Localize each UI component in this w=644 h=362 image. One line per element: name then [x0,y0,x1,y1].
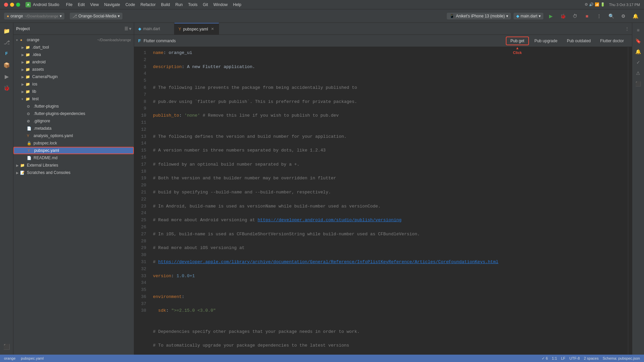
file-icon-analysis: Y [27,134,32,138]
pub-get-button[interactable]: Pub get [506,37,529,45]
activity-project-icon[interactable]: 📁 [1,25,12,36]
activity-bar: 📁 ⎇ F 📦 ▶ 🐞 ⬛ [0,23,13,355]
expand-arrow-idea: ▶ [21,53,25,57]
tree-item-analysis-options[interactable]: Y analysis_options.yaml [13,132,134,139]
tab-main-dart[interactable]: ◆ main.dart [134,23,174,35]
tab-pubspec-yaml[interactable]: Y pubspec.yaml ✕ [174,23,219,35]
menu-tools[interactable]: Tools [188,2,198,7]
terminal-side-icon[interactable]: ⬛ [634,79,643,88]
menu-window[interactable]: Window [213,2,228,7]
status-indent[interactable]: 2 spaces [584,356,599,360]
tree-item-ios[interactable]: ▶ 📁 ios [13,80,134,88]
tab-close-pubspec[interactable]: ✕ [210,27,215,32]
debug-button[interactable]: 🐞 [558,11,568,21]
activity-vcs-icon[interactable]: ⎇ [1,37,12,48]
status-file: pubspec.yaml [21,356,44,360]
run-file-selector[interactable]: ◆ main.dart ▾ [514,13,543,19]
menu-code[interactable]: Code [125,2,135,7]
status-branch[interactable]: orange [4,356,15,360]
dart-tab-icon: ◆ [138,26,141,31]
menu-navigate[interactable]: Navigate [104,2,120,7]
settings-button[interactable]: ⚙ [619,11,628,21]
structure-icon[interactable]: ≡ [634,25,643,35]
minimize-button[interactable] [10,3,14,7]
tree-item-external-libraries[interactable]: ▶ 📁 External Libraries [13,162,134,169]
search-button-toolbar[interactable]: 🔍 [606,11,616,21]
tab-pubspec-yaml-label: pubspec.yaml [183,27,208,32]
code-editor[interactable]: 12345 678910 1112131415 1617181920 21222… [134,47,632,355]
tree-item-flutter-plugins-deps[interactable]: ⊙ .flutter-plugins-dependencies [13,110,134,117]
status-position: 1:1 [552,356,557,360]
dart-tool-label: .dart_tool [32,45,131,50]
tree-item-cameraplugin[interactable]: ▶ 📁 CameraPlugin [13,73,134,80]
notifications-button[interactable]: 🔔 [631,11,640,21]
window-controls[interactable] [4,3,20,7]
tree-item-idea[interactable]: ▶ 📁 .idea [13,51,134,58]
activity-run-icon[interactable]: ▶ [1,71,12,82]
status-line-ending[interactable]: LF [561,356,566,360]
tree-item-dart-tool[interactable]: ▶ 📁 .dart_tool [13,44,134,51]
tree-root-orange[interactable]: ▾ ● orange ~/Downloads/orange [13,36,134,44]
repo-selector[interactable]: ⎇ Orange-Social-Media ▾ [70,13,122,19]
pub-upgrade-button[interactable]: Pub upgrade [530,37,561,45]
tree-item-test[interactable]: ▾ 📁 test [13,95,134,103]
pub-outdated-button[interactable]: Pub outdated [563,37,595,45]
scratches-icon: 📝 [20,171,25,175]
flutter-plugins-label: .flutter-plugins [34,104,131,109]
notifications-side-icon[interactable]: 🔔 [634,47,643,56]
stop-button[interactable]: ■ [582,11,592,21]
tree-item-pubspec-lock[interactable]: 🔒 pubspec.lock [13,139,134,147]
menu-bar[interactable]: File Edit View Navigate Code Refactor Bu… [66,2,241,7]
pubspec-yaml-label: pubspec.yaml [34,148,130,153]
menu-run[interactable]: Run [175,2,183,7]
run-button[interactable]: ▶ [546,11,555,21]
readme-label: README.md [34,156,131,160]
scroll-gutter[interactable] [628,47,632,355]
menu-build[interactable]: Build [161,2,170,7]
tree-item-readme[interactable]: 📄 README.md [13,154,134,162]
tree-item-lib[interactable]: ▶ 📁 lib [13,88,134,95]
status-encoding[interactable]: UTF-8 [570,356,580,360]
tree-item-gitignore[interactable]: ⊘ .gitignore [13,117,134,125]
menu-git[interactable]: Git [203,2,208,7]
tree-item-assets[interactable]: ▶ 📁 assets [13,66,134,73]
bookmarks-icon[interactable]: 🔖 [634,36,643,46]
activity-packages-icon[interactable]: 📦 [1,60,12,70]
device-selector[interactable]: 📱 Aniket's iPhone 13 (mobile) ▾ [447,13,511,19]
problems-icon[interactable]: ⚠ [634,68,643,78]
project-selector[interactable]: ● orange ~/Downloads/orange ▾ [4,13,64,19]
tree-item-flutter-plugins[interactable]: ⊙ .flutter-plugins [13,103,134,110]
menu-view[interactable]: View [90,2,99,7]
lib-label: lib [32,89,131,94]
more-actions-button[interactable]: ⋮ [594,11,604,21]
app-name: Android Studio [33,2,59,7]
close-button[interactable] [4,3,8,7]
menu-refactor[interactable]: Refactor [141,2,156,7]
status-schema[interactable]: Schema: pubspec.json [603,356,640,360]
menu-file[interactable]: File [66,2,72,7]
tree-item-scratches[interactable]: ▶ 📝 Scratches and Consoles [13,169,134,176]
project-menu-icon[interactable]: ☰ ▾ [124,26,131,31]
run-file-name: main.dart [521,14,537,18]
activity-flutter-icon[interactable]: F [1,48,12,59]
expand-arrow-orange: ▾ [16,38,20,42]
menu-help[interactable]: Help [233,2,241,7]
code-content[interactable]: name: orange_ui description: A new Flutt… [150,47,628,355]
tree-item-android[interactable]: ▶ 📁 android [13,58,134,66]
profile-button[interactable]: ⏱ [570,11,580,21]
menu-edit[interactable]: Edit [78,2,85,7]
analysis-options-label: analysis_options.yaml [34,133,131,138]
tree-item-pubspec-yaml[interactable]: Y pubspec.yaml [13,147,134,154]
activity-terminal-icon[interactable]: ⬛ [1,341,12,352]
maximize-button[interactable] [16,3,20,7]
yaml-tab-icon: Y [178,27,181,32]
tab-settings-icon[interactable]: ⋮ [625,26,629,31]
flutter-doctor-button[interactable]: Flutter doctor [596,37,628,45]
todo-icon[interactable]: ✓ [634,58,643,67]
activity-debug-icon[interactable]: 🐞 [1,82,12,93]
status-right: ✓ 6 1:1 LF UTF-8 2 spaces Schema: pubspe… [542,356,640,361]
flutter-command-buttons: Pub get Click Pub upgrade Pub outdated F… [506,37,628,45]
tree-item-metadata[interactable]: 📄 .metadata [13,125,134,132]
file-icon-gitignore: ⊘ [27,119,32,123]
sidebar-content[interactable]: ▾ ● orange ~/Downloads/orange ▶ 📁 .dart_… [13,35,134,355]
